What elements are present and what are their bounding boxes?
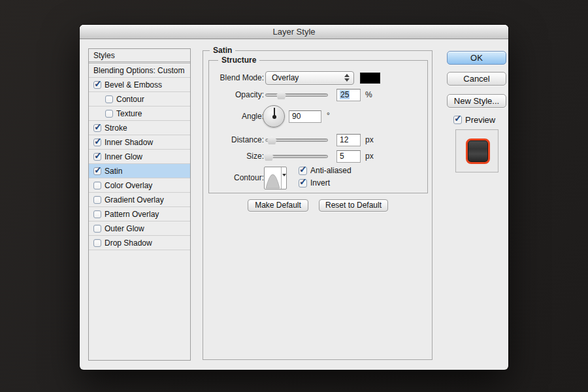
preview-option[interactable]: Preview — [453, 115, 495, 125]
angle-dial[interactable] — [263, 105, 285, 127]
effect-checkbox[interactable] — [93, 196, 101, 204]
distance-slider[interactable] — [265, 135, 328, 145]
sidebar-item-outer-glow[interactable]: Outer Glow — [89, 221, 190, 236]
preview-checkbox[interactable] — [453, 116, 462, 124]
sidebar-item-label: Color Overlay — [105, 181, 152, 190]
sidebar-item-styles[interactable]: Styles — [89, 49, 190, 63]
invert-option[interactable]: Invert — [299, 178, 330, 188]
size-field[interactable]: 5 — [336, 150, 361, 163]
anti-aliased-checkbox[interactable] — [299, 167, 307, 175]
effect-checkbox[interactable] — [105, 110, 113, 118]
blend-mode-row: Blend Mode: Overlay — [209, 71, 427, 84]
effect-checkbox[interactable] — [93, 210, 101, 218]
sidebar-item-drop-shadow[interactable]: Drop Shadow — [89, 236, 190, 250]
sidebar-item-label: Stroke — [105, 123, 127, 133]
effect-checkbox[interactable] — [93, 182, 101, 189]
layer-style-dialog: Layer Style StylesBlending Options: Cust… — [80, 25, 508, 370]
new-style-button[interactable]: New Style... — [447, 94, 506, 108]
opacity-field[interactable]: 25 — [336, 89, 361, 101]
sidebar-item-label: Bevel & Emboss — [105, 80, 162, 90]
sidebar-item-stroke[interactable]: Stroke — [89, 121, 190, 135]
ok-button[interactable]: OK — [447, 51, 506, 65]
satin-group: Satin Structure Blend Mode: Overlay Opac… — [203, 50, 433, 360]
preview-label: Preview — [465, 115, 495, 125]
distance-slider-thumb[interactable] — [267, 136, 277, 144]
effect-checkbox[interactable] — [93, 225, 101, 233]
size-slider-thumb[interactable] — [264, 152, 274, 161]
make-default-button[interactable]: Make Default — [248, 199, 308, 212]
invert-label: Invert — [310, 178, 330, 188]
structure-group-label: Structure — [218, 56, 259, 65]
anti-aliased-option[interactable]: Anti-aliased — [299, 166, 351, 175]
cancel-button[interactable]: Cancel — [447, 72, 506, 86]
style-preview-thumbnail — [466, 139, 490, 164]
structure-group: Structure Blend Mode: Overlay Opacity: 2… — [208, 60, 428, 193]
sidebar-item-texture[interactable]: Texture — [89, 106, 190, 121]
sidebar-item-label: Satin — [105, 167, 122, 176]
style-preview-box — [455, 129, 498, 172]
sidebar-item-inner-glow[interactable]: Inner Glow — [89, 150, 190, 164]
sidebar-item-label: Gradient Overlay — [105, 195, 164, 204]
sidebar-item-contour[interactable]: Contour — [89, 92, 190, 106]
select-stepper-icon — [343, 74, 353, 82]
angle-field[interactable]: 90 — [289, 110, 321, 123]
sidebar-item-pattern-overlay[interactable]: Pattern Overlay — [89, 207, 190, 221]
sidebar-item-color-overlay[interactable]: Color Overlay — [89, 178, 190, 193]
contour-label: Contour: — [210, 166, 264, 189]
contour-picker[interactable] — [264, 167, 287, 189]
opacity-slider-thumb[interactable] — [276, 91, 286, 99]
invert-checkbox[interactable] — [299, 179, 307, 188]
desktop: { "window": { "title": "Layer Style" }, … — [0, 0, 588, 392]
effect-checkbox[interactable] — [93, 167, 101, 175]
contour-row: Contour: Anti-aliased Invert — [209, 166, 427, 189]
blend-mode-label: Blend Mode: — [210, 71, 264, 84]
opacity-label: Opacity: — [210, 88, 264, 101]
distance-unit: px — [365, 133, 374, 146]
contour-dropdown-arrow-icon[interactable] — [281, 167, 286, 189]
sidebar-item-label: Blending Options: Custom — [93, 66, 184, 75]
distance-label: Distance: — [210, 133, 264, 146]
sidebar-item-label: Texture — [116, 109, 142, 118]
opacity-row: Opacity: 25 % — [209, 88, 427, 101]
blend-mode-value: Overlay — [266, 73, 343, 82]
sidebar-item-inner-shadow[interactable]: Inner Shadow — [89, 135, 190, 150]
sidebar-item-label: Inner Glow — [105, 152, 142, 161]
effect-checkbox[interactable] — [93, 124, 101, 132]
angle-label: Angle: — [210, 105, 264, 127]
sidebar-item-label: Outer Glow — [105, 224, 144, 233]
satin-group-label: Satin — [210, 46, 235, 55]
sidebar-item-blending-options-custom[interactable]: Blending Options: Custom — [89, 63, 190, 78]
sidebar-item-gradient-overlay[interactable]: Gradient Overlay — [89, 193, 190, 207]
styles-list: StylesBlending Options: CustomBevel & Em… — [88, 48, 191, 361]
sidebar-item-satin[interactable]: Satin — [89, 164, 190, 178]
angle-row: Angle: 90 ° — [209, 105, 427, 127]
opacity-slider[interactable] — [265, 90, 328, 100]
effect-checkbox[interactable] — [93, 153, 101, 161]
satin-color-swatch[interactable] — [360, 73, 380, 84]
effect-checkbox[interactable] — [93, 139, 101, 146]
effect-checkbox[interactable] — [105, 95, 113, 103]
reset-to-default-button[interactable]: Reset to Default — [319, 199, 388, 212]
effect-checkbox[interactable] — [93, 239, 101, 247]
size-slider[interactable] — [265, 151, 328, 161]
size-row: Size: 5 px — [209, 150, 427, 163]
anti-aliased-label: Anti-aliased — [310, 166, 351, 175]
sidebar-item-bevel-emboss[interactable]: Bevel & Emboss — [89, 78, 190, 92]
sidebar-item-label: Drop Shadow — [105, 238, 152, 248]
sidebar-item-label: Styles — [93, 51, 115, 60]
angle-unit: ° — [327, 109, 330, 122]
blend-mode-select[interactable]: Overlay — [265, 71, 354, 85]
sidebar-item-label: Pattern Overlay — [105, 210, 159, 219]
opacity-unit: % — [365, 88, 372, 101]
sidebar-item-label: Contour — [116, 95, 144, 104]
size-unit: px — [365, 150, 374, 163]
contour-thumbnail — [265, 167, 281, 189]
size-label: Size: — [210, 150, 264, 163]
distance-field[interactable]: 12 — [336, 134, 361, 146]
dialog-title: Layer Style — [272, 27, 315, 37]
effect-checkbox[interactable] — [93, 81, 101, 89]
dialog-titlebar[interactable]: Layer Style — [80, 25, 508, 39]
distance-row: Distance: 12 px — [209, 133, 427, 146]
sidebar-item-label: Inner Shadow — [105, 138, 153, 147]
